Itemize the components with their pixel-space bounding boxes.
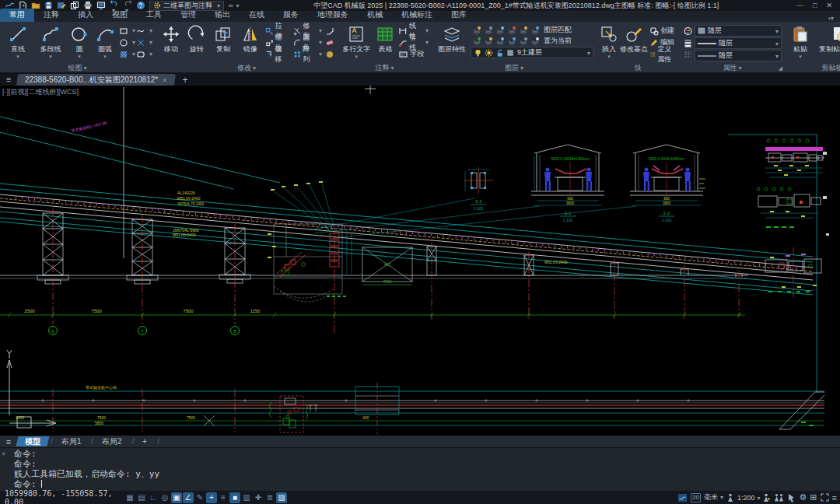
layer-prev-button[interactable] xyxy=(517,36,529,46)
units-dropdown[interactable]: 毫米 xyxy=(704,492,723,502)
rounded-rect-button[interactable] xyxy=(136,50,152,59)
arc-button[interactable]: 圆弧▾ xyxy=(93,23,117,58)
grid-icon[interactable]: ▦ xyxy=(124,492,135,503)
tab-mech-dim[interactable]: 机械标注 xyxy=(392,9,442,22)
drawing-viewport[interactable]: [-][前视][二维线框][WCS] xyxy=(0,86,840,436)
tab-mechanical[interactable]: 机械 xyxy=(358,9,392,22)
snap-icon[interactable]: ▤ xyxy=(136,492,147,503)
close-button[interactable]: ✕ xyxy=(826,2,832,9)
clean-screen-icon[interactable]: ▨ xyxy=(276,492,287,503)
linetype-dropdown[interactable]: 随层 xyxy=(695,50,782,61)
tab-layout1[interactable]: 布局1 xyxy=(52,436,90,446)
maximize-button[interactable]: □ xyxy=(813,2,817,9)
copy-tool-button[interactable]: 复制 xyxy=(210,23,236,54)
layer-walk-button[interactable] xyxy=(529,25,541,35)
layer-freeze-button[interactable] xyxy=(494,25,506,35)
modify-panel-expander[interactable]: 修改 xyxy=(159,63,334,72)
tab-geo[interactable]: 地理服务 xyxy=(308,9,358,22)
mirror-button[interactable]: 镜像 xyxy=(238,23,264,54)
fullscreen-icon[interactable] xyxy=(821,493,829,502)
angle-icon[interactable]: ∠ xyxy=(183,492,194,503)
insert-block-button[interactable]: 插入▾ xyxy=(600,23,618,58)
layer-properties-button[interactable]: 图层特性 xyxy=(435,23,469,54)
layer-match-button[interactable]: 图层匹配 xyxy=(544,25,572,35)
layer-unlock-button[interactable] xyxy=(482,36,494,46)
line-button[interactable]: 直线▾ xyxy=(2,23,33,58)
linetype-icon[interactable] xyxy=(683,50,693,59)
minimize-button[interactable]: — xyxy=(796,2,803,9)
define-attributes-button[interactable]: 定义属性 xyxy=(649,44,677,65)
rotate-button[interactable]: 旋转 xyxy=(184,23,208,54)
offset-button[interactable]: 偏移 xyxy=(265,44,288,65)
hatch-button[interactable] xyxy=(119,50,135,59)
field-button[interactable]: 字段 xyxy=(398,49,424,59)
polar-icon[interactable]: ◎ xyxy=(159,492,170,503)
lineweight-dropdown[interactable]: 随层 xyxy=(695,37,782,49)
layer-panel-expander[interactable]: 图层 xyxy=(435,63,593,72)
layer-vpfreeze-button[interactable] xyxy=(494,36,506,46)
properties-panel-expander[interactable]: 属性 xyxy=(683,63,782,72)
layer-off-button[interactable] xyxy=(482,25,494,35)
array-button[interactable]: 阵列 xyxy=(293,44,322,65)
cursor-badge-icon[interactable] xyxy=(787,493,796,502)
close-tab-icon[interactable] xyxy=(163,76,166,84)
layer-thaw-button[interactable] xyxy=(471,36,482,46)
layer-on-button[interactable] xyxy=(471,25,482,35)
dyn-input-icon[interactable]: + xyxy=(206,492,217,503)
document-tab[interactable]: 22388-5620-B00...机安装图20210812* xyxy=(16,74,176,86)
command-window[interactable]: ✕ 命令: 命令: 贱人工具箱已加载，启动命令: y、yy 命令: xyxy=(0,447,840,491)
tab-layout2[interactable]: 布局2 xyxy=(93,436,131,446)
transparency-icon[interactable]: ■ xyxy=(229,492,240,503)
clipboard-panel-label[interactable]: 剪贴板 xyxy=(788,63,840,72)
ellipse-button[interactable] xyxy=(119,38,135,47)
mtext-button[interactable]: 多行文字▾ xyxy=(341,23,373,58)
rectangle-button[interactable] xyxy=(119,26,135,36)
close-command-icon[interactable]: ✕ xyxy=(2,450,5,457)
table-button[interactable]: 表格 xyxy=(374,23,397,54)
drawing-canvas[interactable]: 2500 7500 7500 1150 6 7 8 AL140226 M51.0… xyxy=(0,86,840,436)
block-create-button[interactable]: 创建 xyxy=(649,26,674,36)
status-menu-icon[interactable]: ≡ xyxy=(832,493,837,502)
color-picker-icon[interactable] xyxy=(683,26,693,36)
paste-settings-button[interactable]: 复制粘贴设置 xyxy=(814,23,840,54)
annotate-panel-expander[interactable]: 注释 xyxy=(341,63,429,72)
tab-tools[interactable]: 工具 xyxy=(137,9,171,22)
layer-unisolate-button[interactable] xyxy=(506,36,517,46)
erase-button[interactable] xyxy=(325,38,334,47)
layer-isolate-button[interactable] xyxy=(517,25,529,35)
gear-icon[interactable]: ⚙ xyxy=(799,492,807,502)
layer-lock-button[interactable] xyxy=(506,25,517,35)
tab-library[interactable]: 图库 xyxy=(442,9,476,22)
command-prompt[interactable]: 命令: xyxy=(3,479,840,489)
edit-base-button[interactable]: 修改基点 xyxy=(620,23,648,54)
viewport-controls[interactable]: [-][前视][二维线框][WCS] xyxy=(2,87,79,97)
add-panel-icon[interactable]: ⊞ xyxy=(810,492,817,502)
new-document-tab-button[interactable]: + xyxy=(175,75,196,86)
chamfer-button[interactable] xyxy=(325,26,334,36)
tab-home[interactable]: 常用 xyxy=(0,9,34,22)
doc-menu-icon[interactable]: ≡ xyxy=(0,73,17,86)
annotation-icon[interactable]: ✎ xyxy=(194,492,205,503)
dialog-launcher-icon[interactable]: ◢ xyxy=(779,65,782,72)
polyline-button[interactable]: 多段线▾ xyxy=(35,23,66,58)
selection-cycling-icon[interactable]: ✚ xyxy=(253,492,264,503)
tab-online[interactable]: 在线 xyxy=(240,9,274,22)
revision-cloud-button[interactable] xyxy=(136,26,152,36)
tab-insert[interactable]: 插入 xyxy=(68,9,103,22)
block-panel-label[interactable]: 块 xyxy=(600,63,677,72)
region-button[interactable] xyxy=(136,38,152,47)
lineweight-toggle-icon[interactable]: ≡ xyxy=(218,492,229,503)
layout-menu-icon[interactable]: ≡ xyxy=(0,436,17,448)
new-layout-button[interactable]: + xyxy=(134,436,156,446)
person-pair-icon[interactable] xyxy=(774,493,784,502)
layer-set-current-button[interactable]: 置为当前 xyxy=(544,36,572,46)
explode-button[interactable] xyxy=(325,50,334,59)
layer-merge-button[interactable] xyxy=(529,36,541,46)
tab-annotate[interactable]: 注释 xyxy=(34,9,68,22)
scale-dropdown[interactable]: 1:200 xyxy=(737,494,761,502)
person-plus-icon[interactable] xyxy=(763,493,771,502)
draw-panel-expander[interactable]: 绘图 xyxy=(2,63,152,72)
paste-button[interactable]: 粘贴▾ xyxy=(788,23,813,58)
tab-manage[interactable]: 管理 xyxy=(171,9,205,22)
osnap-icon[interactable]: ▣ xyxy=(171,492,182,503)
